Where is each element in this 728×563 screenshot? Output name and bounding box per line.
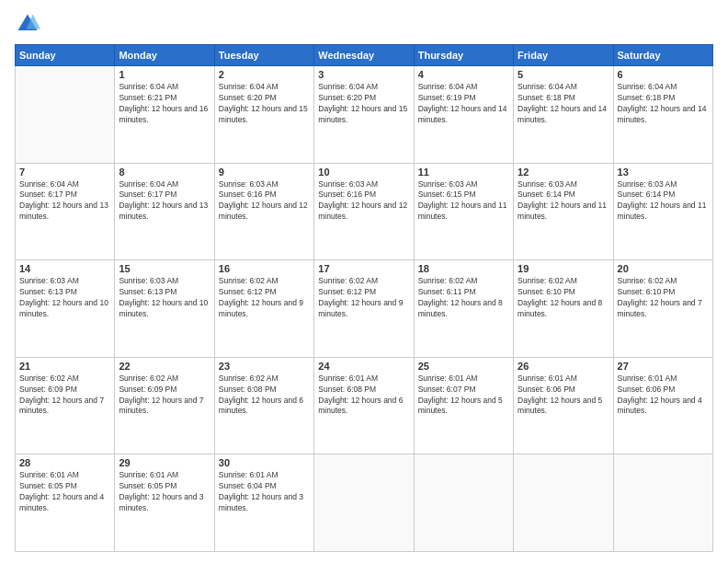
calendar-week-1: 1 Sunrise: 6:04 AM Sunset: 6:21 PM Dayli… [16,66,713,164]
day-number: 19 [518,263,609,274]
day-info: Sunrise: 6:02 AM Sunset: 6:12 PM Dayligh… [219,276,310,320]
day-number: 12 [518,167,609,178]
day-number: 30 [219,457,310,468]
day-info: Sunrise: 6:02 AM Sunset: 6:12 PM Dayligh… [318,276,409,320]
day-info: Sunrise: 6:01 AM Sunset: 6:06 PM Dayligh… [518,373,609,418]
day-info: Sunrise: 6:03 AM Sunset: 6:14 PM Dayligh… [618,179,709,224]
calendar-cell: 3 Sunrise: 6:04 AM Sunset: 6:20 PM Dayli… [314,66,414,164]
day-info: Sunrise: 6:04 AM Sunset: 6:19 PM Dayligh… [418,82,509,126]
day-number: 29 [119,457,210,468]
calendar-cell: 23 Sunrise: 6:02 AM Sunset: 6:08 PM Dayl… [214,357,313,454]
day-info: Sunrise: 6:01 AM Sunset: 6:05 PM Dayligh… [119,470,210,514]
calendar: SundayMondayTuesdayWednesdayThursdayFrid… [15,44,713,552]
day-number: 11 [418,167,509,178]
day-number: 13 [618,167,709,178]
day-number: 27 [618,361,709,372]
day-info: Sunrise: 6:02 AM Sunset: 6:09 PM Dayligh… [19,373,110,418]
day-info: Sunrise: 6:04 AM Sunset: 6:20 PM Dayligh… [318,82,409,126]
calendar-cell [414,454,513,552]
calendar-body: 1 Sunrise: 6:04 AM Sunset: 6:21 PM Dayli… [16,66,713,552]
calendar-cell: 27 Sunrise: 6:01 AM Sunset: 6:06 PM Dayl… [613,357,712,454]
day-number: 5 [518,69,609,80]
calendar-header: SundayMondayTuesdayWednesdayThursdayFrid… [16,45,713,66]
day-info: Sunrise: 6:03 AM Sunset: 6:14 PM Dayligh… [518,179,609,224]
logo [15,11,44,37]
day-info: Sunrise: 6:03 AM Sunset: 6:16 PM Dayligh… [318,179,409,224]
day-info: Sunrise: 6:04 AM Sunset: 6:18 PM Dayligh… [618,82,709,126]
day-number: 6 [618,69,709,80]
calendar-cell: 19 Sunrise: 6:02 AM Sunset: 6:10 PM Dayl… [514,260,613,358]
calendar-cell: 16 Sunrise: 6:02 AM Sunset: 6:12 PM Dayl… [214,260,313,358]
day-number: 21 [19,361,110,372]
calendar-cell: 5 Sunrise: 6:04 AM Sunset: 6:18 PM Dayli… [514,66,613,164]
weekday-header-saturday: Saturday [613,45,712,66]
day-number: 23 [219,361,310,372]
day-number: 1 [119,69,210,80]
day-number: 26 [518,361,609,372]
day-number: 10 [318,167,409,178]
calendar-cell: 29 Sunrise: 6:01 AM Sunset: 6:05 PM Dayl… [115,454,214,552]
day-info: Sunrise: 6:04 AM Sunset: 6:17 PM Dayligh… [19,179,110,224]
calendar-cell: 7 Sunrise: 6:04 AM Sunset: 6:17 PM Dayli… [16,163,115,260]
calendar-cell: 13 Sunrise: 6:03 AM Sunset: 6:14 PM Dayl… [613,163,712,260]
day-number: 20 [618,263,709,274]
day-info: Sunrise: 6:01 AM Sunset: 6:04 PM Dayligh… [219,470,310,514]
logo-icon [15,11,40,37]
calendar-cell [613,454,712,552]
calendar-cell: 1 Sunrise: 6:04 AM Sunset: 6:21 PM Dayli… [115,66,214,164]
calendar-cell [314,454,414,552]
day-info: Sunrise: 6:01 AM Sunset: 6:07 PM Dayligh… [418,373,509,418]
day-info: Sunrise: 6:04 AM Sunset: 6:20 PM Dayligh… [219,82,310,126]
weekday-header-thursday: Thursday [414,45,513,66]
calendar-cell: 21 Sunrise: 6:02 AM Sunset: 6:09 PM Dayl… [16,357,115,454]
day-info: Sunrise: 6:04 AM Sunset: 6:18 PM Dayligh… [518,82,609,126]
day-info: Sunrise: 6:02 AM Sunset: 6:10 PM Dayligh… [618,276,709,320]
calendar-cell: 12 Sunrise: 6:03 AM Sunset: 6:14 PM Dayl… [514,163,613,260]
day-number: 28 [19,457,110,468]
day-number: 18 [418,263,509,274]
calendar-cell: 24 Sunrise: 6:01 AM Sunset: 6:08 PM Dayl… [314,357,414,454]
weekday-header-tuesday: Tuesday [214,45,313,66]
day-number: 9 [219,167,310,178]
calendar-cell: 2 Sunrise: 6:04 AM Sunset: 6:20 PM Dayli… [214,66,313,164]
day-info: Sunrise: 6:01 AM Sunset: 6:06 PM Dayligh… [618,373,709,418]
calendar-cell: 9 Sunrise: 6:03 AM Sunset: 6:16 PM Dayli… [214,163,313,260]
day-info: Sunrise: 6:02 AM Sunset: 6:09 PM Dayligh… [119,373,210,418]
day-number: 24 [318,361,409,372]
day-info: Sunrise: 6:02 AM Sunset: 6:11 PM Dayligh… [418,276,509,320]
day-info: Sunrise: 6:03 AM Sunset: 6:13 PM Dayligh… [119,276,210,320]
calendar-cell: 17 Sunrise: 6:02 AM Sunset: 6:12 PM Dayl… [314,260,414,358]
calendar-cell [514,454,613,552]
day-number: 14 [19,263,110,274]
calendar-cell: 20 Sunrise: 6:02 AM Sunset: 6:10 PM Dayl… [613,260,712,358]
calendar-cell [16,66,115,164]
calendar-week-2: 7 Sunrise: 6:04 AM Sunset: 6:17 PM Dayli… [16,163,713,260]
calendar-week-4: 21 Sunrise: 6:02 AM Sunset: 6:09 PM Dayl… [16,357,713,454]
weekday-header-wednesday: Wednesday [314,45,414,66]
calendar-cell: 14 Sunrise: 6:03 AM Sunset: 6:13 PM Dayl… [16,260,115,358]
day-info: Sunrise: 6:01 AM Sunset: 6:08 PM Dayligh… [318,373,409,418]
day-number: 3 [318,69,409,80]
day-info: Sunrise: 6:04 AM Sunset: 6:21 PM Dayligh… [119,82,210,126]
weekday-header-row: SundayMondayTuesdayWednesdayThursdayFrid… [16,45,713,66]
calendar-cell: 4 Sunrise: 6:04 AM Sunset: 6:19 PM Dayli… [414,66,513,164]
day-number: 4 [418,69,509,80]
day-number: 22 [119,361,210,372]
weekday-header-sunday: Sunday [16,45,115,66]
day-number: 7 [19,167,110,178]
day-info: Sunrise: 6:03 AM Sunset: 6:15 PM Dayligh… [418,179,509,224]
day-number: 8 [119,167,210,178]
day-number: 15 [119,263,210,274]
day-info: Sunrise: 6:02 AM Sunset: 6:08 PM Dayligh… [219,373,310,418]
calendar-cell: 25 Sunrise: 6:01 AM Sunset: 6:07 PM Dayl… [414,357,513,454]
calendar-cell: 26 Sunrise: 6:01 AM Sunset: 6:06 PM Dayl… [514,357,613,454]
day-number: 2 [219,69,310,80]
calendar-week-3: 14 Sunrise: 6:03 AM Sunset: 6:13 PM Dayl… [16,260,713,358]
calendar-cell: 6 Sunrise: 6:04 AM Sunset: 6:18 PM Dayli… [613,66,712,164]
calendar-cell: 15 Sunrise: 6:03 AM Sunset: 6:13 PM Dayl… [115,260,214,358]
day-number: 17 [318,263,409,274]
page: SundayMondayTuesdayWednesdayThursdayFrid… [0,0,728,563]
day-number: 25 [418,361,509,372]
weekday-header-friday: Friday [514,45,613,66]
calendar-cell: 28 Sunrise: 6:01 AM Sunset: 6:05 PM Dayl… [16,454,115,552]
